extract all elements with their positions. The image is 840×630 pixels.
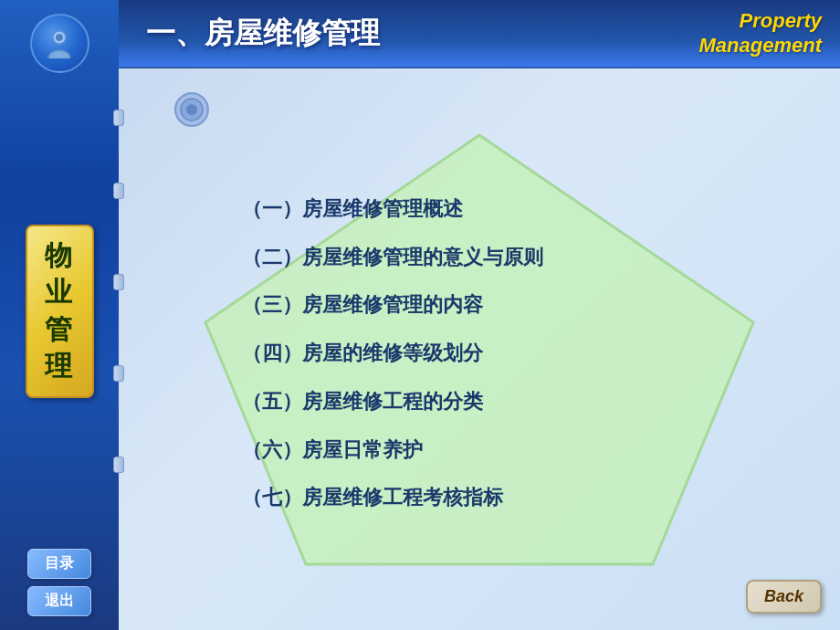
brand-line2: Management: [699, 34, 822, 58]
sidebar-ring-dec: [113, 183, 124, 199]
sidebar: 物业管理 目录 退出: [0, 0, 119, 630]
sidebar-title-box: 物业管理: [26, 225, 94, 398]
sidebar-ring-dec: [113, 110, 124, 126]
sidebar-ring-dec: [113, 274, 124, 290]
logo-icon: [41, 26, 78, 62]
header: 一、房屋维修管理 Property Management: [119, 0, 840, 68]
svg-point-1: [56, 34, 63, 41]
sidebar-ring-dec: [113, 365, 124, 382]
sidebar-title-text: 物业管理: [35, 237, 85, 385]
menu-item-4[interactable]: （四）房屋的维修等级划分: [242, 340, 772, 368]
back-button[interactable]: Back: [746, 580, 822, 614]
sidebar-ring-dec: [113, 457, 124, 473]
menu-item-2[interactable]: （二）房屋维修管理的意义与原则: [242, 244, 772, 272]
menu-items-list: （一）房屋维修管理概述 （二）房屋维修管理的意义与原则 （三）房屋维修管理的内容…: [169, 148, 790, 551]
content-area: （一）房屋维修管理概述 （二）房屋维修管理的意义与原则 （三）房屋维修管理的内容…: [119, 68, 840, 630]
menu-button[interactable]: 目录: [27, 549, 91, 579]
menu-item-7[interactable]: （七）房屋维修工程考核指标: [242, 484, 772, 512]
brand-line1: Property: [699, 9, 822, 33]
menu-item-1[interactable]: （一）房屋维修管理概述: [242, 195, 772, 224]
sidebar-nav-buttons: 目录 退出: [5, 549, 114, 616]
menu-item-6[interactable]: （六）房屋日常养护: [242, 436, 772, 465]
page-wrapper: 物业管理 目录 退出 一、房屋维修管理 Property Management: [0, 0, 840, 630]
menu-item-3[interactable]: （三）房屋维修管理的内容: [242, 291, 772, 320]
exit-button[interactable]: 退出: [27, 586, 91, 616]
property-badge: Property Management: [699, 9, 822, 58]
pentagon-container: （一）房屋维修管理概述 （二）房屋维修管理的意义与原则 （三）房屋维修管理的内容…: [169, 117, 790, 583]
svg-point-4: [186, 104, 197, 115]
main-content: 一、房屋维修管理 Property Management: [119, 0, 840, 630]
sidebar-logo: [30, 14, 89, 73]
page-title: 一、房屋维修管理: [146, 14, 380, 54]
menu-item-5[interactable]: （五）房屋维修工程的分类: [242, 388, 772, 416]
